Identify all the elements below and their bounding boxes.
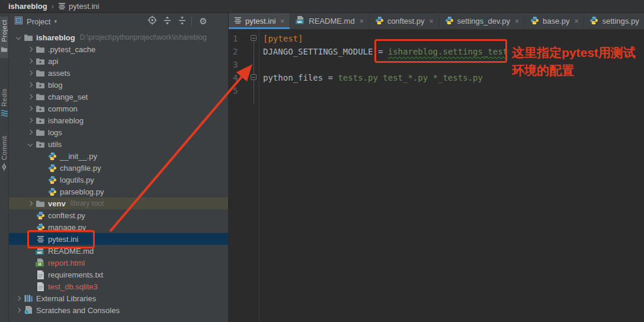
fold-marker-icon[interactable]: − xyxy=(251,35,257,41)
tool-strip-label: Commit xyxy=(1,136,8,160)
tree-item-ishareblog[interactable]: ishareblog xyxy=(9,114,228,126)
python-icon xyxy=(47,152,57,161)
chevron-right-icon[interactable] xyxy=(25,83,35,87)
tool-strip-item-commit[interactable]: Commit xyxy=(0,133,8,176)
hide-panel-button[interactable] xyxy=(212,15,225,27)
breadcrumb-chevron-icon: › xyxy=(52,2,54,11)
tree-item-label: test_db.sqlite3 xyxy=(48,282,98,291)
tool-strip-item-project[interactable]: Project xyxy=(0,17,8,58)
line-number: 1− xyxy=(229,32,259,45)
close-icon[interactable]: × xyxy=(515,17,519,25)
html-icon: H xyxy=(35,259,46,267)
chevron-right-icon[interactable] xyxy=(14,297,23,300)
package-icon xyxy=(35,140,46,149)
tree-item-assets[interactable]: assets xyxy=(9,67,228,79)
chevron-down-icon[interactable] xyxy=(25,142,35,146)
tab-pytest-ini[interactable]: pytest.ini× xyxy=(229,13,290,29)
expand-all-button[interactable] xyxy=(161,15,174,27)
chevron-right-icon[interactable] xyxy=(25,119,35,122)
tree-item-suffix: library root xyxy=(71,199,104,208)
tree-item-scratches-and-consoles[interactable]: Scratches and Consoles xyxy=(9,304,228,316)
editor-gutter: 1−234−5 xyxy=(229,30,259,322)
tree-item-label: blog xyxy=(48,81,63,90)
breadcrumb-file[interactable]: pytest.ini xyxy=(69,2,99,11)
tree-item-parseblog-py[interactable]: parseblog.py xyxy=(9,186,228,197)
close-icon[interactable]: × xyxy=(360,17,364,25)
tab-settings-py[interactable]: settings.py× xyxy=(584,13,644,29)
folder-icon xyxy=(35,128,46,137)
tree-item-utils[interactable]: utils xyxy=(9,138,228,150)
locate-button[interactable] xyxy=(146,15,159,27)
chevron-right-icon[interactable] xyxy=(14,308,23,312)
collapse-all-button[interactable] xyxy=(175,15,188,27)
chevron-right-icon[interactable] xyxy=(25,202,35,205)
tree-item-label: venv xyxy=(48,199,66,208)
tree-item-blog[interactable]: blog xyxy=(9,79,228,91)
chevron-right-icon[interactable] xyxy=(25,130,35,134)
python-icon xyxy=(375,16,384,27)
chevron-right-icon[interactable] xyxy=(25,59,35,63)
tree-item-label: .pytest_cache xyxy=(48,45,95,54)
tree-item-ishareblog[interactable]: ishareblogD:\project\pythonproject\work\… xyxy=(9,31,228,43)
chevron-right-icon[interactable] xyxy=(25,95,35,98)
chevron-right-icon[interactable] xyxy=(25,47,35,51)
code-token: DJANGO_SETTINGS_MODULE xyxy=(263,47,378,56)
tree-item-label: ishareblog xyxy=(36,33,75,42)
python-icon xyxy=(47,164,57,173)
tree-item-conftest-py[interactable]: conftest.py xyxy=(9,209,228,221)
tree-item-external-libraries[interactable]: External Libraries xyxy=(9,292,228,304)
tree-item-changfile-py[interactable]: changfile.py xyxy=(9,162,228,174)
tree-item-logutils-py[interactable]: logutils.py xyxy=(9,174,228,186)
annotation-note: 这里指定pytest用测试 环境的配置 xyxy=(512,44,636,79)
tree-item-label: changfile.py xyxy=(60,164,101,173)
collapse-all-icon xyxy=(178,16,187,27)
tab-settings-dev-py[interactable]: settings_dev.py× xyxy=(440,13,525,29)
chevron-down-icon[interactable] xyxy=(14,36,23,39)
project-tree: ishareblogD:\project\pythonproject\work\… xyxy=(9,30,228,322)
breadcrumb: ishareblog › pytest.ini xyxy=(0,0,644,13)
tree-item-requirements-txt[interactable]: requirements.txt xyxy=(9,269,228,280)
code-token: python_files xyxy=(263,73,328,82)
project-panel-header: Project ▾ ⚙ xyxy=(9,13,228,30)
svg-text:MD: MD xyxy=(297,20,303,24)
tree-item-test-db-sqlite3[interactable]: test_db.sqlite3 xyxy=(9,280,228,292)
folder-icon xyxy=(35,199,46,208)
txt-icon xyxy=(35,270,46,279)
fold-marker-icon[interactable]: − xyxy=(251,74,257,80)
tree-item-suffix: D:\project\pythonproject\work\ishareblog xyxy=(80,33,207,42)
tab-base-py[interactable]: base.py× xyxy=(525,13,585,29)
redis-wave-icon xyxy=(1,109,8,119)
tree-item-api[interactable]: api xyxy=(9,55,228,67)
tab-readme-md[interactable]: MDREADME.md× xyxy=(290,13,369,29)
tree-item--init-py[interactable]: __init__.py xyxy=(9,150,228,162)
tree-item-common[interactable]: common xyxy=(9,103,228,114)
tree-item-change-set[interactable]: change_set xyxy=(9,91,228,103)
tree-item-label: ishareblog xyxy=(48,116,84,125)
close-icon[interactable]: × xyxy=(280,17,284,25)
tab-label: README.md xyxy=(309,17,354,25)
ini-file-icon xyxy=(58,1,66,12)
tree-item-label: logs xyxy=(48,128,62,137)
project-tool-window: Project ▾ ⚙ ishareblogD:\project\pythonp… xyxy=(9,13,229,322)
close-icon[interactable]: × xyxy=(574,17,578,25)
code-area[interactable]: [pytest]DJANGO_SETTINGS_MODULE = ishareb… xyxy=(259,30,508,322)
tab-conftest-py[interactable]: conftest.py× xyxy=(370,13,440,29)
project-panel-title[interactable]: Project xyxy=(27,17,50,26)
close-icon[interactable]: × xyxy=(430,17,434,25)
chevron-right-icon[interactable] xyxy=(25,71,35,75)
settings-button[interactable]: ⚙ xyxy=(197,15,210,27)
tool-strip-item-redis[interactable]: Redis xyxy=(0,85,8,123)
tree-item-venv[interactable]: venvlibrary root xyxy=(9,197,228,209)
chevron-right-icon[interactable] xyxy=(25,107,35,110)
gear-icon: ⚙ xyxy=(199,16,207,27)
tree-item-report-html[interactable]: Hreport.html xyxy=(9,257,228,269)
breadcrumb-project[interactable]: ishareblog xyxy=(8,2,47,11)
code-line: python_files = tests.py test_*.py *_test… xyxy=(263,71,508,84)
tree-item-logs[interactable]: logs xyxy=(9,126,228,138)
tree-item--pytest-cache[interactable]: .pytest_cache xyxy=(9,43,228,55)
tree-item-label: change_set xyxy=(48,93,88,101)
folder-icon xyxy=(23,33,34,42)
python-icon xyxy=(589,16,598,27)
line-number: 3 xyxy=(229,58,259,71)
chevron-down-icon[interactable]: ▾ xyxy=(54,18,57,24)
